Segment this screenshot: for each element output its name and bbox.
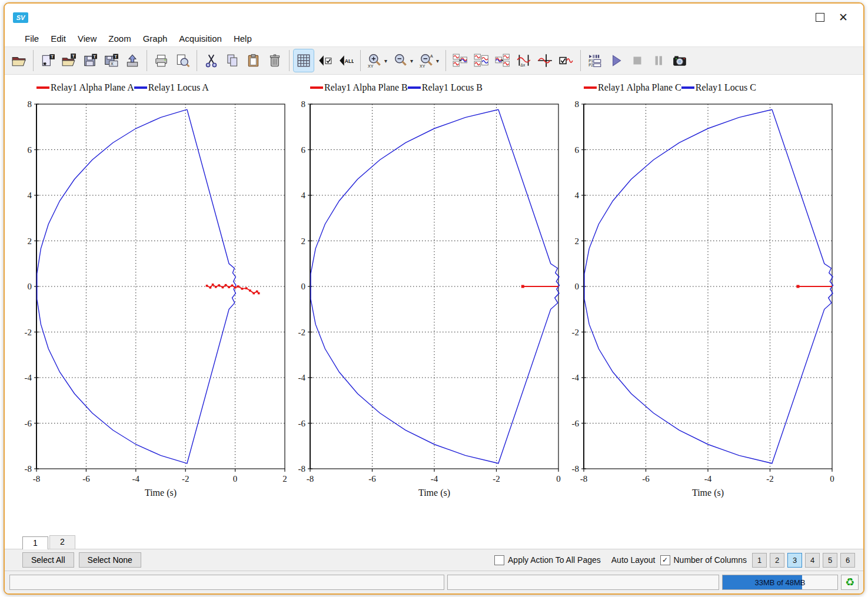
legend-label: Relay1 Alpha Plane C xyxy=(598,82,681,93)
hide-all-traces-button[interactable]: ALL xyxy=(336,49,356,72)
print-preview-button[interactable] xyxy=(172,49,192,72)
legend-item: Relay1 Locus C xyxy=(681,82,756,93)
delta-x-measure-button[interactable]: Δx xyxy=(514,49,534,72)
page-tab-1[interactable]: 1 xyxy=(22,536,48,549)
snapshot-button[interactable] xyxy=(670,49,690,72)
menu-acquisition[interactable]: Acquisition xyxy=(173,32,228,45)
legend-item: Relay1 Alpha Plane C xyxy=(584,82,681,93)
app-window: SV ✕ FileEditViewZoomGraphAcquisitionHel… xyxy=(4,2,864,595)
zoom-reset-dropdown-icon[interactable]: ▾ xyxy=(436,58,439,64)
maximize-button[interactable] xyxy=(808,8,832,26)
menu-edit[interactable]: Edit xyxy=(45,32,72,45)
open-template-button[interactable]: T xyxy=(59,49,79,72)
menu-zoom[interactable]: Zoom xyxy=(102,32,137,45)
export-button[interactable] xyxy=(122,49,142,72)
menu-file[interactable]: File xyxy=(19,32,45,45)
columns-4-button[interactable]: 4 xyxy=(805,553,820,568)
open-button[interactable] xyxy=(9,49,29,72)
plot-area-a[interactable]: -8-6-4-202-8-6-4-202468Time (s) xyxy=(19,97,292,509)
legend-label: Relay1 Locus C xyxy=(696,82,756,93)
svg-text:-4: -4 xyxy=(431,474,438,483)
svg-text:-6: -6 xyxy=(642,474,650,483)
zoom-in-icon: XY xyxy=(367,53,383,68)
toolbar-separator xyxy=(33,50,34,71)
play-button[interactable] xyxy=(606,49,626,72)
menu-view[interactable]: View xyxy=(72,32,102,45)
zoom-in-dropdown-icon[interactable]: ▾ xyxy=(384,58,387,64)
chart-legend: Relay1 Alpha Plane CRelay1 Locus C xyxy=(566,78,840,97)
overlay-graphs-button[interactable] xyxy=(471,49,491,72)
plot-area-c[interactable]: -8-6-4-20-8-6-4-202468Time (s) xyxy=(566,97,840,509)
page-tab-2[interactable]: 2 xyxy=(49,535,75,549)
svg-text:Time (s): Time (s) xyxy=(145,488,177,498)
print-preview-icon xyxy=(175,53,190,68)
svg-text:-8: -8 xyxy=(298,464,306,473)
select-traces-button[interactable] xyxy=(556,49,576,72)
columns-2-button[interactable]: 2 xyxy=(770,553,784,568)
auto-layout-checkbox[interactable]: ✓ xyxy=(660,555,670,565)
pause-button[interactable] xyxy=(648,49,669,72)
grid-layout-button[interactable] xyxy=(294,49,314,72)
apply-action-checkbox[interactable] xyxy=(494,555,504,565)
recycle-icon: ♻ xyxy=(845,576,854,589)
zoom-out-button[interactable]: ▾ xyxy=(391,49,415,72)
columns-3-button[interactable]: 3 xyxy=(787,553,802,568)
columns-1-button[interactable]: 1 xyxy=(752,553,767,568)
svg-text:8: 8 xyxy=(575,99,580,109)
columns-6-button[interactable]: 6 xyxy=(840,553,855,568)
save-template-button[interactable]: T xyxy=(80,49,100,72)
svg-text:0: 0 xyxy=(556,474,561,483)
select-traces-icon xyxy=(558,53,574,68)
svg-text:0: 0 xyxy=(233,474,238,483)
legend-swatch xyxy=(408,86,421,89)
unmerge-graphs-button[interactable] xyxy=(493,49,513,72)
chart-a: Relay1 Alpha Plane ARelay1 Locus A-8-6-4… xyxy=(19,78,292,534)
columns-5-button[interactable]: 5 xyxy=(823,553,837,568)
select-all-button[interactable]: Select All xyxy=(22,552,74,568)
zoom-reset-button[interactable]: AXY▾ xyxy=(417,49,441,72)
new-template-button[interactable]: T xyxy=(38,49,58,72)
app-icon: SV xyxy=(13,12,28,23)
cut-button[interactable] xyxy=(201,49,221,72)
playback-settings-button[interactable]: P1P2 xyxy=(585,49,605,72)
close-button[interactable]: ✕ xyxy=(832,8,855,26)
plot-area-b[interactable]: -8-6-4-20-8-6-4-202468Time (s) xyxy=(292,97,566,509)
align-origin-button[interactable] xyxy=(535,49,555,72)
legend-label: Relay1 Locus B xyxy=(422,82,483,93)
garbage-collect-button[interactable]: ♻ xyxy=(841,575,859,590)
paste-button[interactable] xyxy=(244,49,264,72)
menu-help[interactable]: Help xyxy=(228,32,258,45)
svg-text:2: 2 xyxy=(301,236,306,246)
svg-text:-6: -6 xyxy=(572,419,580,428)
close-icon: ✕ xyxy=(839,12,848,23)
delete-button[interactable] xyxy=(265,49,285,72)
svg-text:-4: -4 xyxy=(572,373,580,382)
hide-selected-traces-button[interactable] xyxy=(315,49,335,72)
zoom-out-dropdown-icon[interactable]: ▾ xyxy=(410,58,413,64)
svg-text:-4: -4 xyxy=(704,474,712,483)
copy-button[interactable] xyxy=(222,49,242,72)
svg-text:-2: -2 xyxy=(766,474,774,483)
merge-graphs-button[interactable] xyxy=(450,49,470,72)
menu-graph[interactable]: Graph xyxy=(137,32,174,45)
select-none-button[interactable]: Select None xyxy=(79,552,141,568)
chart-b: Relay1 Alpha Plane BRelay1 Locus B-8-6-4… xyxy=(292,78,566,534)
save-as-template-button[interactable]: XT xyxy=(101,49,121,72)
svg-text:-4: -4 xyxy=(298,373,306,382)
svg-text:-2: -2 xyxy=(25,328,32,337)
svg-text:4: 4 xyxy=(28,191,32,200)
legend-label: Relay1 Locus A xyxy=(148,82,209,93)
chart-legend: Relay1 Alpha Plane ARelay1 Locus A xyxy=(19,78,292,97)
svg-text:T: T xyxy=(51,55,54,59)
delta-x-measure-icon: Δx xyxy=(516,53,531,68)
svg-text:-6: -6 xyxy=(298,419,306,428)
save-as-template-icon: XT xyxy=(104,53,119,68)
svg-text:2: 2 xyxy=(28,236,32,246)
print-button[interactable] xyxy=(151,49,171,72)
svg-text:-2: -2 xyxy=(572,328,580,337)
toolbar-separator xyxy=(580,50,581,71)
hide-all-traces-icon: ALL xyxy=(338,53,354,68)
zoom-in-button[interactable]: XY▾ xyxy=(365,49,390,72)
stop-button[interactable] xyxy=(627,49,647,72)
legend-label: Relay1 Alpha Plane B xyxy=(324,82,408,93)
